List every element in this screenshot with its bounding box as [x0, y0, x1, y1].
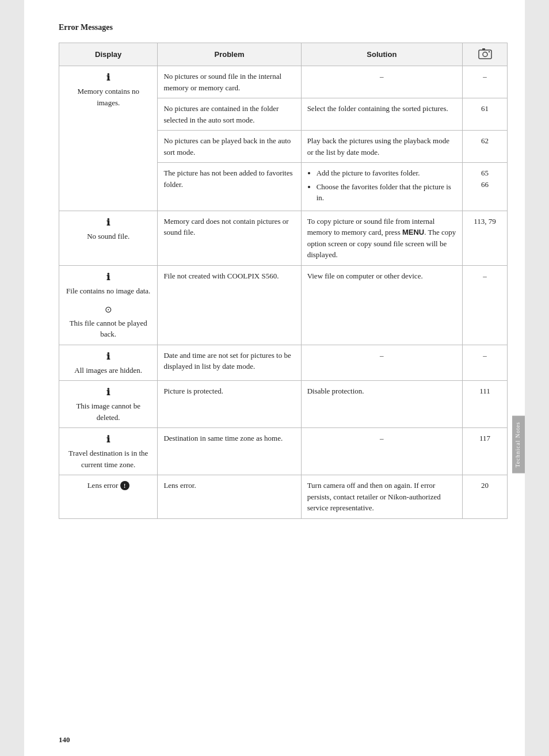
display-cell-nosound: ℹ No sound file. [59, 211, 158, 265]
col-header-ref [463, 43, 508, 66]
info-icon: ℹ [65, 216, 151, 230]
display-cell-nodelete: ℹ This image cannot be deleted. [59, 381, 158, 428]
problem-cell: No pictures or sound file in the interna… [158, 66, 301, 98]
solution-cell: Disable protection. [301, 381, 462, 428]
svg-point-1 [483, 52, 487, 57]
display-label-filedata: File contains no image data. [66, 287, 150, 295]
problem-cell: Picture is protected. [158, 381, 301, 428]
menu-key: MENU [402, 228, 424, 236]
solution-cell: Turn camera off and then on again. If er… [301, 475, 462, 519]
page-title: Error Messages [59, 23, 508, 32]
ref-cell: 61 [463, 98, 508, 131]
col-header-solution: Solution [301, 43, 462, 66]
table-row: Lens error ! Lens error. Turn camera off… [59, 475, 508, 519]
display-label-nosound: No sound file. [87, 232, 129, 240]
ref-cell: 117 [463, 428, 508, 475]
error-icon: ! [120, 481, 129, 490]
info-icon: ℹ [65, 350, 151, 364]
solution-cell: Select the folder containing the sorted … [301, 98, 462, 131]
file-no-image-display: ℹ File contains no image data. [65, 270, 151, 297]
camera-icon [478, 48, 492, 59]
display-label-lens: Lens error ! [87, 481, 129, 490]
solution-cell: Play back the pictures using the playbac… [301, 131, 462, 163]
page: Technical Notes Error Messages Display P… [24, 0, 525, 756]
page-number: 140 [59, 735, 70, 744]
table-row: ℹ Memory contains no images. No pictures… [59, 66, 508, 98]
problem-cell: File not created with COOLPIX S560. [158, 265, 301, 345]
display-label-memory: Memory contains no images. [77, 87, 139, 107]
svg-point-3 [488, 51, 489, 52]
solution-bullets: Add the picture to favorites folder. Cho… [307, 167, 456, 204]
table-row: ℹ Travel destination is in the current t… [59, 428, 508, 475]
display-label-hidden: All images are hidden. [74, 366, 142, 375]
problem-cell: No pictures are contained in the folder … [158, 98, 301, 131]
solution-cell: – [301, 66, 462, 98]
ref-cell: – [463, 265, 508, 345]
display-cell-memory: ℹ Memory contains no images. [59, 66, 158, 211]
file-no-playback-display: ⊙ This file cannot be played back. [65, 303, 151, 340]
display-cell-hidden: ℹ All images are hidden. [59, 345, 158, 381]
col-header-problem: Problem [158, 43, 301, 66]
problem-cell: Lens error. [158, 475, 301, 519]
solution-cell: To copy picture or sound file from inter… [301, 211, 462, 265]
problem-cell: The picture has not been added to favori… [158, 163, 301, 211]
table-row: ℹ All images are hidden. Date and time a… [59, 345, 508, 381]
col-header-display: Display [59, 43, 158, 66]
bullet-item: Choose the favorites folder that the pic… [317, 181, 456, 204]
ref-cell: – [463, 345, 508, 381]
svg-rect-2 [482, 48, 485, 50]
info-icon: ℹ [65, 433, 151, 446]
problem-cell: Memory card does not contain pictures or… [158, 211, 301, 265]
display-label-nodelete: This image cannot be deleted. [76, 402, 140, 422]
problem-cell: Destination in same time zone as home. [158, 428, 301, 475]
ref-cell: 6566 [463, 163, 508, 211]
solution-cell: Add the picture to favorites folder. Cho… [301, 163, 462, 211]
display-cell-lenserror: Lens error ! [59, 475, 158, 519]
table-row: ℹ No sound file. Memory card does not co… [59, 211, 508, 265]
error-messages-table: Display Problem Solution ℹ [59, 43, 508, 519]
display-cell-filedata: ℹ File contains no image data. ⊙ This fi… [59, 265, 158, 345]
info-icon: ℹ [65, 385, 151, 399]
ref-cell: 20 [463, 475, 508, 519]
problem-cell: Date and time are not set for pictures t… [158, 345, 301, 381]
display-label-travel: Travel destination is in the current tim… [68, 449, 148, 469]
ref-cell: 113, 79 [463, 211, 508, 265]
display-label-playback: This file cannot be played back. [70, 319, 147, 339]
ref-cell: 111 [463, 381, 508, 428]
info-icon: ℹ [65, 71, 151, 85]
display-cell-travel: ℹ Travel destination is in the current t… [59, 428, 158, 475]
ref-cell: 62 [463, 131, 508, 163]
circle-icon: ⊙ [65, 303, 151, 316]
bullet-item: Add the picture to favorites folder. [317, 167, 456, 179]
side-tab-label: Technical Notes [512, 416, 525, 474]
table-row: ℹ This image cannot be deleted. Picture … [59, 381, 508, 428]
info-icon: ℹ [65, 270, 151, 284]
table-row: ℹ File contains no image data. ⊙ This fi… [59, 265, 508, 345]
ref-cell: – [463, 66, 508, 98]
solution-cell: – [301, 428, 462, 475]
problem-cell: No pictures can be played back in the au… [158, 131, 301, 163]
solution-cell: – [301, 345, 462, 381]
solution-cell: View file on computer or other device. [301, 265, 462, 345]
